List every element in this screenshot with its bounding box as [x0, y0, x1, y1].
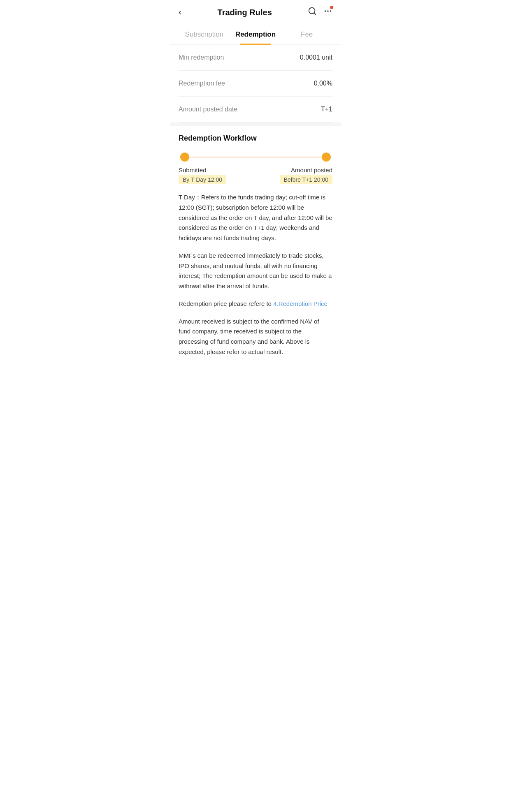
timeline-label-submitted: Submitted By T Day 12:00: [179, 167, 226, 184]
amount-posted-time: Before T+1 20:00: [280, 175, 332, 184]
header: ‹ Trading Rules: [170, 0, 341, 25]
amount-posted-title: Amount posted: [280, 167, 332, 174]
page-title: Trading Rules: [218, 8, 272, 17]
workflow-section: Redemption Workflow Submitted By T Day 1…: [170, 126, 341, 184]
redemption-fee-row: Redemption fee 0.00%: [179, 71, 332, 97]
submitted-title: Submitted: [179, 167, 226, 174]
more-button[interactable]: [323, 7, 332, 18]
timeline: [179, 153, 332, 162]
price-desc-before: Redemption price please refere to: [179, 300, 273, 307]
amount-posted-date-label: Amount posted date: [179, 106, 237, 113]
price-description: Redemption price please refere to 4.Rede…: [179, 299, 332, 309]
timeline-dot-end: [322, 153, 331, 162]
descriptions-section: T Day：Refers to the funds trading day; c…: [170, 184, 341, 366]
back-button[interactable]: ‹: [179, 7, 181, 18]
svg-point-4: [330, 10, 332, 12]
tday-description: T Day：Refers to the funds trading day; c…: [179, 192, 332, 243]
submitted-time: By T Day 12:00: [179, 175, 226, 184]
notification-dot: [330, 6, 333, 9]
tabs-bar: Subscription Redemption Fee: [170, 25, 341, 45]
min-redemption-value: 0.0001 unit: [300, 54, 332, 61]
amount-posted-date-value: T+1: [321, 106, 332, 113]
svg-point-3: [327, 10, 329, 12]
redemption-price-link[interactable]: 4.Redemption Price: [273, 300, 328, 307]
amount-posted-date-row: Amount posted date T+1: [179, 97, 332, 123]
redemption-fee-label: Redemption fee: [179, 80, 225, 87]
search-button[interactable]: [308, 7, 317, 18]
redemption-fee-value: 0.00%: [314, 80, 332, 87]
workflow-title: Redemption Workflow: [179, 134, 332, 143]
tab-fee[interactable]: Fee: [281, 25, 332, 44]
min-redemption-label: Min redemption: [179, 54, 224, 61]
mmf-description: MMFs can be redeemed immediately to trad…: [179, 251, 332, 291]
timeline-dot-start: [180, 153, 189, 162]
section-divider: [170, 123, 341, 126]
svg-point-2: [325, 10, 326, 12]
header-icons: [308, 7, 332, 18]
timeline-dots: [180, 153, 331, 162]
tab-redemption[interactable]: Redemption: [230, 25, 281, 44]
min-redemption-row: Min redemption 0.0001 unit: [179, 45, 332, 71]
amount-description: Amount received is subject to the confir…: [179, 317, 332, 357]
timeline-labels: Submitted By T Day 12:00 Amount posted B…: [179, 167, 332, 184]
info-section: Min redemption 0.0001 unit Redemption fe…: [170, 45, 341, 123]
svg-line-1: [314, 13, 316, 14]
tab-subscription[interactable]: Subscription: [179, 25, 230, 44]
timeline-label-posted: Amount posted Before T+1 20:00: [280, 167, 332, 184]
